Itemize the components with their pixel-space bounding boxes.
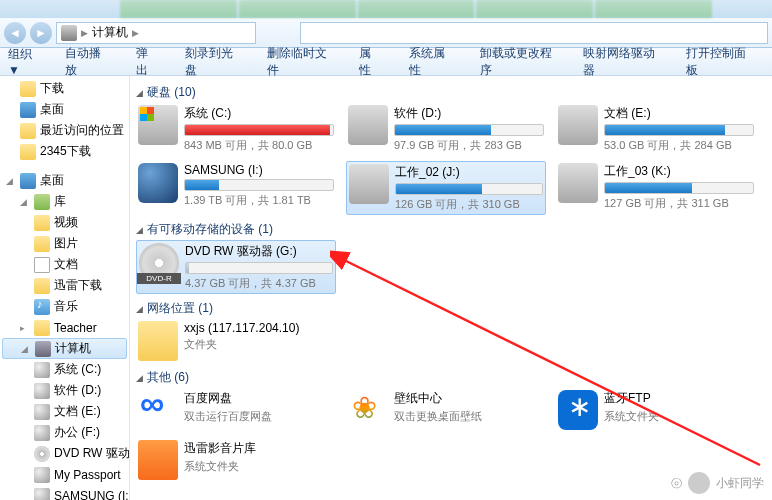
other-item[interactable]: 壁纸中心双击更换桌面壁纸 xyxy=(346,388,546,432)
tree-item[interactable]: 音乐 xyxy=(0,296,129,317)
tree-item[interactable]: DVD RW 驱动 xyxy=(0,443,129,464)
avatar-icon xyxy=(688,472,710,494)
breadcrumb-item[interactable]: 计算机 xyxy=(92,24,128,41)
tree-item[interactable]: 文档 (E:) xyxy=(0,401,129,422)
app-icon xyxy=(138,390,178,430)
drive-icon xyxy=(138,105,178,145)
nav-bar: ◄ ► ▶ 计算机 ▶ xyxy=(0,18,772,48)
nav-tree: 下载桌面最近访问的位置2345下载 ◢桌面 ◢库 视频图片文档迅雷下载音乐 ▸T… xyxy=(0,76,130,500)
tree-item[interactable]: 文档 xyxy=(0,254,129,275)
tree-item[interactable]: SAMSUNG (I:) xyxy=(0,485,129,500)
tree-item[interactable]: 系统 (C:) xyxy=(0,359,129,380)
tree-item[interactable]: 下载 xyxy=(0,78,129,99)
tree-item[interactable]: 最近访问的位置 xyxy=(0,120,129,141)
app-icon xyxy=(348,390,388,430)
dvd-icon xyxy=(139,243,179,283)
toolbar-mapdrive[interactable]: 映射网络驱动器 xyxy=(569,48,672,76)
drive-item[interactable]: 文档 (E:) 53.0 GB 可用，共 284 GB xyxy=(556,103,756,155)
chevron-icon: ▶ xyxy=(81,28,88,38)
other-item[interactable]: 百度网盘双击运行百度网盘 xyxy=(136,388,336,432)
drive-item[interactable]: 系统 (C:) 843 MB 可用，共 80.0 GB xyxy=(136,103,336,155)
drive-icon xyxy=(558,105,598,145)
tree-desktop[interactable]: ◢桌面 xyxy=(0,170,129,191)
drive-item[interactable]: SAMSUNG (I:) 1.39 TB 可用，共 1.81 TB xyxy=(136,161,336,215)
breadcrumb[interactable]: ▶ 计算机 ▶ xyxy=(56,22,256,44)
watermark: ⦾ 小虾同学 xyxy=(671,472,764,494)
section-other[interactable]: ◢其他 (6) xyxy=(136,369,766,386)
search-input[interactable] xyxy=(300,22,768,44)
tree-teacher[interactable]: ▸Teacher xyxy=(0,317,129,338)
toolbar-burn[interactable]: 刻录到光盘 xyxy=(171,48,253,76)
section-removable[interactable]: ◢有可移动存储的设备 (1) xyxy=(136,221,766,238)
drive-item[interactable]: 工作_02 (J:) 126 GB 可用，共 310 GB xyxy=(346,161,546,215)
tree-item[interactable]: 办公 (F:) xyxy=(0,422,129,443)
tree-item[interactable]: 软件 (D:) xyxy=(0,380,129,401)
drive-icon xyxy=(349,164,389,204)
tree-computer[interactable]: ◢计算机 xyxy=(2,338,127,359)
tree-item[interactable]: 图片 xyxy=(0,233,129,254)
tree-item[interactable]: 视频 xyxy=(0,212,129,233)
chevron-icon: ▶ xyxy=(132,28,139,38)
other-item[interactable]: 蓝牙FTP系统文件夹 xyxy=(556,388,756,432)
drive-icon xyxy=(138,163,178,203)
drive-icon xyxy=(558,163,598,203)
toolbar-properties[interactable]: 属性 xyxy=(345,48,394,76)
folder-icon xyxy=(138,321,178,361)
toolbar-sysprops[interactable]: 系统属性 xyxy=(395,48,466,76)
computer-icon xyxy=(61,25,77,41)
toolbar-eject[interactable]: 弹出 xyxy=(122,48,171,76)
toolbar-controlpanel[interactable]: 打开控制面板 xyxy=(672,48,764,76)
toolbar: 组织 ▼ 自动播放 弹出 刻录到光盘 删除临时文件 属性 系统属性 卸载或更改程… xyxy=(0,48,772,76)
other-xunlei[interactable]: 迅雷影音片库 系统文件夹 xyxy=(136,438,336,482)
back-button[interactable]: ◄ xyxy=(4,22,26,44)
tree-item[interactable]: 2345下载 xyxy=(0,141,129,162)
drive-item[interactable]: 工作_03 (K:) 127 GB 可用，共 311 GB xyxy=(556,161,756,215)
organize-button[interactable]: 组织 ▼ xyxy=(8,46,43,77)
drive-item[interactable]: 软件 (D:) 97.9 GB 可用，共 283 GB xyxy=(346,103,546,155)
tree-item[interactable]: My Passport xyxy=(0,464,129,485)
xunlei-icon xyxy=(138,440,178,480)
toolbar-deltemp[interactable]: 删除临时文件 xyxy=(253,48,345,76)
tree-item[interactable]: 迅雷下载 xyxy=(0,275,129,296)
forward-button[interactable]: ► xyxy=(30,22,52,44)
section-network[interactable]: ◢网络位置 (1) xyxy=(136,300,766,317)
toolbar-uninstall[interactable]: 卸载或更改程序 xyxy=(466,48,569,76)
network-location[interactable]: xxjs (117.117.204.10) 文件夹 xyxy=(136,319,336,363)
drive-icon xyxy=(348,105,388,145)
toolbar-autoplay[interactable]: 自动播放 xyxy=(51,48,122,76)
content-pane: ◢硬盘 (10) 系统 (C:) 843 MB 可用，共 80.0 GB 软件 … xyxy=(130,76,772,500)
section-hdd[interactable]: ◢硬盘 (10) xyxy=(136,84,766,101)
tree-libraries[interactable]: ◢库 xyxy=(0,191,129,212)
titlebar xyxy=(0,0,772,18)
tree-item[interactable]: 桌面 xyxy=(0,99,129,120)
drive-dvd[interactable]: DVD RW 驱动器 (G:) 4.37 GB 可用，共 4.37 GB xyxy=(136,240,336,294)
app-icon xyxy=(558,390,598,430)
